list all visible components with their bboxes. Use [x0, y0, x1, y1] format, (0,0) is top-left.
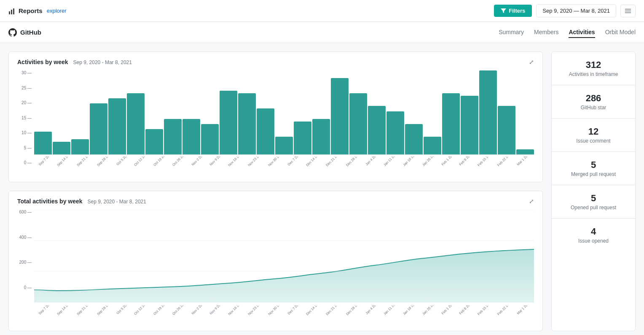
bar	[516, 149, 534, 154]
bar	[145, 129, 163, 154]
bar	[182, 119, 200, 154]
stat-number-5: 4	[558, 226, 628, 237]
svg-rect-1	[11, 10, 12, 14]
brand-name: GitHub	[20, 29, 41, 36]
bar-chart-card: Activities by week Sep 9, 2020 - Mar 8, …	[8, 51, 543, 182]
stat-number-4: 5	[558, 193, 628, 204]
area-fill	[34, 249, 534, 303]
bar-chart-inner: Sep 7 2020Sep 14 2020Sep 21 2020Sep 28 2…	[34, 70, 534, 178]
bar-chart-y-axis: 30 — 25 — 20 — 15 — 10 — 5 — 0 —	[17, 70, 34, 165]
bar-chart-export-icon[interactable]: ⤢	[529, 59, 534, 65]
reports-label: Reports	[19, 7, 43, 14]
menu-icon	[625, 8, 631, 14]
bar	[53, 142, 70, 154]
date-range-button[interactable]: Sep 9, 2020 — Mar 8, 2021	[536, 4, 616, 17]
tab-orbit-model[interactable]: Orbit Model	[605, 27, 636, 38]
bar	[331, 78, 349, 154]
charts-area: Activities by week Sep 9, 2020 - Mar 8, …	[8, 51, 543, 331]
filter-icon	[501, 8, 506, 14]
bar	[479, 70, 497, 154]
bar	[424, 137, 441, 154]
bar	[386, 111, 404, 155]
stat-label-0: Activities in timeframe	[558, 71, 628, 77]
top-bar-right: Filters Sep 9, 2020 — Mar 8, 2021	[494, 4, 636, 17]
bar	[368, 106, 386, 154]
area-chart-y-axis: 600 — 400 — 200 — 0 —	[17, 210, 34, 303]
date-range-text: Sep 9, 2020 — Mar 8, 2021	[542, 8, 610, 14]
area-chart-svg-wrap: Sep 7 2020Sep 14 2020Sep 21 2020Sep 28 2…	[34, 210, 534, 327]
bar	[127, 93, 145, 154]
sub-header: GitHub Summary Members Activities Orbit …	[0, 22, 644, 43]
bar	[275, 137, 293, 154]
filters-button[interactable]: Filters	[494, 5, 532, 17]
stat-issue-comment: 12 Issue comment	[552, 119, 635, 152]
area-chart-x-labels: Sep 7 2020Sep 14 2020Sep 21 2020Sep 28 2…	[34, 305, 534, 327]
svg-rect-2	[13, 8, 14, 14]
bar	[349, 93, 367, 154]
bar	[164, 119, 182, 154]
top-bar: Reports explorer Filters Sep 9, 2020 — M…	[0, 0, 644, 22]
brand: GitHub	[8, 28, 41, 37]
bar	[461, 96, 478, 154]
stat-label-2: Issue comment	[558, 138, 628, 144]
bar	[405, 124, 423, 154]
bar	[220, 91, 237, 154]
stat-number-0: 312	[558, 59, 628, 70]
stat-activities-timeframe: 312 Activities in timeframe	[552, 52, 635, 85]
stats-panel: 312 Activities in timeframe 286 GitHub s…	[551, 51, 636, 331]
stat-label-4: Opened pull request	[558, 205, 628, 211]
area-chart-export-icon[interactable]: ⤢	[529, 198, 534, 205]
x-labels: Sep 7 2020Sep 14 2020Sep 21 2020Sep 28 2…	[34, 157, 534, 178]
area-chart-title: Total activities by week	[17, 198, 83, 205]
bar	[238, 93, 256, 154]
tab-activities[interactable]: Activities	[569, 27, 595, 38]
svg-rect-0	[9, 11, 10, 14]
menu-button[interactable]	[620, 5, 636, 17]
tab-summary[interactable]: Summary	[499, 27, 524, 38]
stat-label-5: Issue opened	[558, 238, 628, 244]
bar-chart-title: Activities by week	[17, 59, 68, 65]
stat-number-1: 286	[558, 93, 628, 104]
github-octocat-icon	[8, 28, 17, 37]
bar-chart-header: Activities by week Sep 9, 2020 - Mar 8, …	[17, 59, 534, 65]
stat-merged-pr: 5 Merged pull request	[552, 152, 635, 185]
area-chart-subtitle: Sep 9, 2020 - Mar 8, 2021	[87, 199, 146, 205]
svg-rect-4	[625, 9, 631, 10]
tab-members[interactable]: Members	[534, 27, 558, 38]
stat-github-star: 286 GitHub star	[552, 85, 635, 119]
area-chart-card: Total activities by week Sep 9, 2020 - M…	[8, 191, 543, 331]
area-chart-wrap: 600 — 400 — 200 — 0 —	[17, 210, 534, 327]
stat-number-3: 5	[558, 159, 628, 170]
bar	[108, 98, 126, 154]
top-bar-left: Reports explorer	[8, 7, 67, 15]
bar	[294, 122, 311, 154]
bar	[498, 106, 515, 154]
stat-opened-pr: 5 Opened pull request	[552, 185, 635, 219]
area-chart-svg	[34, 210, 534, 303]
bar	[90, 103, 107, 154]
filters-label: Filters	[509, 8, 525, 14]
bar	[34, 132, 52, 154]
svg-rect-6	[625, 12, 631, 13]
bars-container	[34, 70, 534, 155]
main-content: Activities by week Sep 9, 2020 - Mar 8, …	[0, 43, 644, 335]
bar	[442, 93, 460, 154]
stat-label-1: GitHub star	[558, 105, 628, 111]
area-chart-header: Total activities by week Sep 9, 2020 - M…	[17, 198, 534, 205]
bar	[312, 119, 330, 154]
stat-issue-opened: 4 Issue opened	[552, 219, 635, 251]
reports-icon-label: Reports	[8, 7, 43, 15]
svg-rect-3	[15, 8, 16, 8]
bar-chart-wrap: 30 — 25 — 20 — 15 — 10 — 5 — 0 — Sep 7 2…	[17, 70, 534, 178]
bar-chart-icon	[8, 7, 16, 15]
bar	[257, 108, 274, 154]
nav-tabs: Summary Members Activities Orbit Model	[499, 27, 636, 38]
area-chart-title-group: Total activities by week Sep 9, 2020 - M…	[17, 198, 146, 205]
stat-label-3: Merged pull request	[558, 171, 628, 177]
stat-number-2: 12	[558, 126, 628, 137]
bar-chart-title-group: Activities by week Sep 9, 2020 - Mar 8, …	[17, 59, 132, 65]
bar	[201, 124, 219, 154]
bar	[71, 139, 89, 154]
bar-chart-subtitle: Sep 9, 2020 - Mar 8, 2021	[73, 59, 132, 65]
explorer-link[interactable]: explorer	[47, 8, 67, 14]
